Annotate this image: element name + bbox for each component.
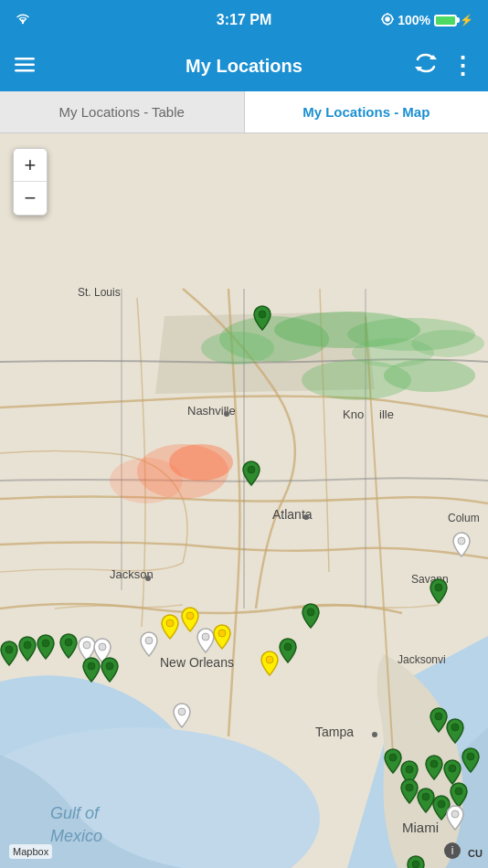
- svg-text:Tampa: Tampa: [315, 725, 354, 739]
- svg-point-49: [307, 609, 314, 616]
- svg-text:Gulf of: Gulf of: [50, 804, 101, 822]
- svg-point-50: [166, 619, 174, 627]
- cu-text: CU: [468, 848, 483, 859]
- svg-point-0: [22, 22, 24, 24]
- map-pin[interactable]: [139, 631, 159, 657]
- zoom-controls: + −: [13, 148, 48, 216]
- svg-point-77: [451, 810, 459, 818]
- map-pin[interactable]: [260, 651, 280, 676]
- map-pin[interactable]: [17, 636, 37, 662]
- svg-rect-7: [15, 58, 35, 60]
- tab-table[interactable]: My Locations - Table: [0, 91, 245, 132]
- svg-point-73: [406, 784, 413, 791]
- svg-point-60: [65, 639, 72, 646]
- svg-point-69: [406, 766, 413, 773]
- svg-point-51: [186, 612, 194, 619]
- map-pin[interactable]: [429, 578, 449, 604]
- svg-point-27: [372, 732, 377, 737]
- map-pin[interactable]: [160, 614, 180, 640]
- map-pin[interactable]: [172, 703, 192, 728]
- map-pin[interactable]: [406, 855, 426, 868]
- svg-point-47: [458, 537, 465, 545]
- app-header: My Locations ⋮: [0, 40, 488, 91]
- svg-point-41: [110, 458, 183, 503]
- svg-point-46: [248, 466, 255, 473]
- svg-point-75: [438, 800, 445, 808]
- svg-point-38: [201, 332, 274, 365]
- status-bar-time: 3:17 PM: [217, 12, 271, 28]
- map-pin[interactable]: [451, 532, 472, 557]
- page-title: My Locations: [186, 56, 302, 77]
- svg-rect-9: [15, 69, 35, 72]
- tab-bar: My Locations - Table My Locations - Map: [0, 91, 488, 133]
- status-bar-right: 100% ⚡: [381, 13, 473, 28]
- svg-point-63: [88, 662, 95, 670]
- map-pin[interactable]: [278, 638, 298, 663]
- more-icon[interactable]: ⋮: [451, 52, 473, 80]
- zoom-out-button[interactable]: −: [14, 182, 47, 215]
- map-pin[interactable]: [461, 747, 481, 773]
- svg-point-19: [303, 514, 309, 520]
- svg-point-22: [145, 576, 151, 581]
- map-view[interactable]: Nashville Kno ille Atlanta Colum Jackson…: [0, 133, 488, 868]
- wifi-icon: [15, 12, 31, 28]
- info-icon[interactable]: i: [444, 842, 461, 859]
- svg-point-67: [451, 724, 459, 731]
- svg-point-6: [386, 17, 389, 21]
- map-pin[interactable]: [58, 633, 79, 659]
- svg-point-59: [42, 640, 49, 647]
- svg-point-57: [5, 646, 13, 653]
- battery-text: 100%: [398, 13, 430, 27]
- svg-text:St. Louis: St. Louis: [78, 286, 121, 299]
- sync-icon[interactable]: [414, 52, 438, 79]
- svg-point-74: [422, 793, 430, 800]
- svg-text:Colum: Colum: [448, 512, 480, 524]
- svg-point-54: [218, 630, 226, 637]
- gps-icon: [381, 13, 394, 28]
- svg-point-52: [145, 637, 153, 644]
- svg-text:Kno: Kno: [343, 408, 364, 421]
- svg-point-53: [202, 633, 209, 640]
- svg-text:Mexico: Mexico: [50, 827, 102, 845]
- map-pin[interactable]: [301, 603, 321, 629]
- tab-map[interactable]: My Locations - Map: [245, 91, 489, 132]
- svg-point-15: [224, 411, 229, 417]
- map-pin[interactable]: [424, 755, 444, 780]
- header-left: [15, 56, 35, 77]
- map-pin[interactable]: [449, 782, 469, 808]
- svg-text:Miami: Miami: [402, 820, 439, 835]
- map-background: Nashville Kno ille Atlanta Colum Jackson…: [0, 133, 488, 868]
- svg-point-68: [389, 754, 397, 761]
- svg-text:New Orleans: New Orleans: [160, 655, 234, 670]
- map-pin[interactable]: [0, 640, 19, 666]
- svg-point-64: [106, 662, 113, 670]
- svg-point-72: [467, 753, 474, 760]
- status-bar-left: [15, 12, 31, 28]
- map-pin[interactable]: [81, 657, 101, 683]
- status-bar: 3:17 PM 100% ⚡: [0, 0, 488, 40]
- svg-point-70: [430, 760, 438, 767]
- map-pin[interactable]: [445, 718, 465, 744]
- svg-point-78: [412, 861, 419, 868]
- svg-text:ille: ille: [379, 408, 394, 421]
- map-pin[interactable]: [442, 759, 462, 785]
- map-attribution: Mapbox: [9, 844, 52, 859]
- map-pin[interactable]: [241, 460, 261, 486]
- map-pin[interactable]: [212, 624, 232, 650]
- zoom-in-button[interactable]: +: [14, 149, 47, 182]
- svg-point-66: [435, 713, 442, 720]
- map-pin[interactable]: [100, 657, 120, 683]
- svg-point-61: [83, 641, 90, 649]
- svg-point-76: [455, 788, 462, 795]
- map-pin[interactable]: [252, 305, 272, 331]
- svg-point-65: [178, 708, 186, 715]
- menu-icon[interactable]: [15, 56, 35, 77]
- map-pin[interactable]: [445, 805, 465, 831]
- header-right: ⋮: [414, 52, 473, 80]
- svg-point-58: [24, 641, 31, 649]
- svg-point-55: [266, 656, 273, 663]
- map-pin[interactable]: [36, 634, 56, 660]
- svg-rect-8: [15, 63, 35, 66]
- svg-point-45: [259, 311, 266, 318]
- svg-point-71: [449, 765, 456, 772]
